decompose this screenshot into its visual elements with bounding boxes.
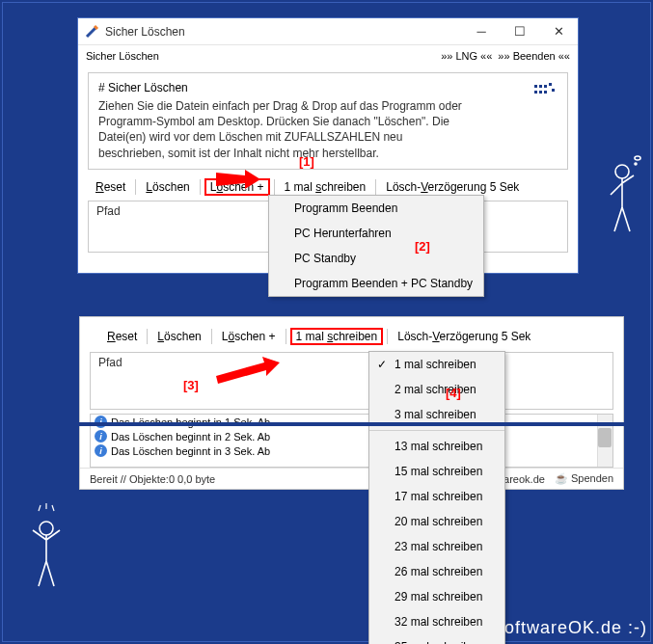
status-text: Bereit // Objekte:0 0,0 byte [90, 473, 215, 485]
svg-rect-8 [534, 91, 537, 94]
close-button[interactable]: ✕ [539, 18, 578, 45]
lng-menu[interactable]: »» LNG «« [441, 50, 492, 62]
grid-icon [534, 81, 558, 105]
menu-item-2x[interactable]: 2 mal schreiben [369, 377, 504, 402]
overlay-line [4, 422, 649, 426]
description-text: Ziehen Sie die Datein einfach per Drag &… [98, 98, 465, 161]
menu-item-17x[interactable]: 17 mal schreiben [369, 484, 504, 509]
svg-marker-12 [216, 170, 260, 189]
svg-rect-6 [544, 85, 547, 88]
log-line: iDas Löschen beginnt in 3 Sek. Ab [91, 443, 612, 458]
window-title: Sicher Löschen [105, 25, 462, 39]
log-line: iDas Löschen beginnt in 2 Sek. Ab [91, 429, 612, 443]
arrow-1-icon [212, 162, 280, 197]
svg-rect-4 [534, 85, 537, 88]
loeschen-plus-button-2[interactable]: Löschen + [216, 328, 282, 345]
menu-item-beenden[interactable]: Programm Beenden [269, 196, 483, 221]
donate-link[interactable]: ☕ Spenden [555, 472, 613, 485]
callout-3: [3] [183, 378, 199, 392]
menu-item-beenden-standby[interactable]: Programm Beenden + PC Standby [269, 271, 483, 296]
info-icon: i [95, 430, 107, 443]
list-header-pfad-2: Pfad [91, 353, 612, 373]
callout-4: [4] [446, 386, 461, 400]
toolbar-2: Reset Löschen Löschen + 1 mal schreiben … [80, 325, 623, 348]
menu-item-32x[interactable]: 32 mal schreiben [369, 609, 504, 634]
beenden-menu[interactable]: »» Beenden «« [498, 50, 570, 62]
menu-item-1x[interactable]: 1 mal schreiben [369, 352, 504, 377]
svg-rect-5 [539, 85, 542, 88]
description-box: # Sicher Löschen Ziehen Sie die Datein e… [88, 72, 568, 170]
menu-item-13x[interactable]: 13 mal schreiben [369, 434, 504, 459]
thinking-figure-icon [593, 154, 641, 244]
reset-button-2[interactable]: Reset [101, 328, 143, 345]
schreiben-button-2[interactable]: 1 mal schreiben [290, 328, 384, 345]
loeschen-button-2[interactable]: Löschen [151, 328, 206, 345]
reset-button[interactable]: Reset [90, 178, 131, 196]
verzoegerung-button-2[interactable]: Lösch-Verzögerung 5 Sek [392, 328, 536, 345]
maximize-button[interactable]: ☐ [501, 18, 539, 45]
svg-rect-7 [549, 83, 552, 86]
titlebar: Sicher Löschen ─ ☐ ✕ [78, 18, 578, 45]
loeschen-button[interactable]: Löschen [140, 178, 195, 196]
menu-item-26x[interactable]: 26 mal schreiben [369, 559, 504, 584]
softwareok-link[interactable]: areok.de [503, 473, 545, 485]
idea-figure-icon [19, 501, 72, 596]
svg-point-2 [635, 156, 640, 160]
file-list-2[interactable]: Pfad [90, 352, 613, 410]
menu-item-23x[interactable]: 23 mal schreiben [369, 534, 504, 559]
info-icon: i [95, 444, 107, 457]
statusbar: Bereit // Objekte:0 0,0 byte areok.de ☕ … [80, 468, 623, 489]
callout-2: [2] [415, 239, 430, 254]
menu-item-20x[interactable]: 20 mal schreiben [369, 509, 504, 534]
menu-item-29x[interactable]: 29 mal schreiben [369, 584, 504, 609]
svg-point-0 [615, 165, 629, 178]
svg-rect-11 [552, 89, 555, 92]
menu-item-standby[interactable]: PC Standby [269, 246, 483, 271]
menu-item-15x[interactable]: 15 mal schreiben [369, 459, 504, 484]
menu-item-35x[interactable]: 35 mal schreiben [369, 634, 504, 644]
schreiben-menu: 1 mal schreiben 2 mal schreiben 3 mal sc… [368, 351, 505, 644]
menu-item-herunterfahren[interactable]: PC Herunterfahren [269, 221, 483, 246]
second-panel: Reset Löschen Löschen + 1 mal schreiben … [79, 316, 624, 490]
svg-rect-9 [539, 91, 542, 94]
verzoegerung-button[interactable]: Lösch-Verzögerung 5 Sek [380, 178, 525, 196]
menubar: Sicher Löschen »» LNG «« »» Beenden «« [78, 45, 578, 67]
svg-rect-10 [544, 91, 547, 94]
description-title: # Sicher Löschen [98, 81, 558, 94]
schreiben-button[interactable]: 1 mal schreiben [279, 178, 372, 196]
app-icon [84, 24, 99, 40]
loeschen-plus-menu: Programm Beenden PC Herunterfahren PC St… [268, 195, 484, 297]
svg-point-3 [40, 522, 53, 535]
svg-marker-13 [216, 357, 280, 384]
svg-point-1 [635, 163, 637, 165]
menu-title[interactable]: Sicher Löschen [86, 50, 159, 62]
arrow-3-icon [210, 355, 297, 384]
callout-1: [1] [299, 154, 314, 169]
minimize-button[interactable]: ─ [462, 18, 501, 45]
